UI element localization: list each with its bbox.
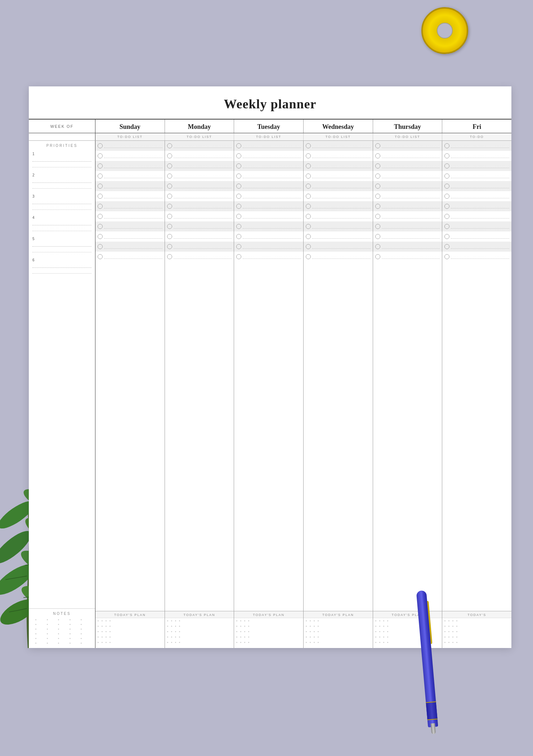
subheader-monday: TO-DO LIST xyxy=(165,133,234,140)
priority-number-4: 4 xyxy=(32,216,91,220)
left-sidebar: PRIORITIES 1 2 3 xyxy=(29,141,95,648)
planner-grid: WEEK OF Sunday Monday Tuesday Wednesday … xyxy=(29,119,511,648)
day-header-sunday: Sunday xyxy=(95,120,165,133)
notes-dot-grid xyxy=(32,618,91,645)
day-column-tuesday: TODAY'S PLAN xyxy=(234,141,304,648)
notes-title: NOTES xyxy=(32,612,91,616)
subheader-thursday: TO-DO LIST xyxy=(373,133,443,140)
subheader-wednesday: TO-DO LIST xyxy=(304,133,373,140)
notes-section: NOTES xyxy=(29,608,95,648)
subheader-friday: TO-DO xyxy=(442,133,511,140)
priority-item-1: 1 xyxy=(32,152,91,167)
days-container: TODAY'S PLAN xyxy=(95,141,511,648)
subheader-row: TO-DO LIST TO-DO LIST TO-DO LIST TO-DO L… xyxy=(29,133,511,141)
priority-item-5: 5 xyxy=(32,237,91,252)
tape-roll-decoration xyxy=(421,7,468,54)
subheader-left xyxy=(29,133,95,140)
subheader-sunday: TO-DO LIST xyxy=(95,133,165,140)
priority-item-2: 2 xyxy=(32,173,91,189)
subheader-tuesday: TO-DO LIST xyxy=(234,133,304,140)
day-header-tuesday: Tuesday xyxy=(234,120,304,133)
day-header-friday: Fri xyxy=(442,120,511,133)
planner-paper: Weekly planner WEEK OF Sunday Monday Tue… xyxy=(29,86,511,648)
day-column-wednesday: TODAY'S PLAN xyxy=(304,141,373,648)
day-header-thursday: Thursday xyxy=(373,120,443,133)
grid-header-row: WEEK OF Sunday Monday Tuesday Wednesday … xyxy=(29,120,511,133)
day-column-thursday: TODAY'S PLAN xyxy=(373,141,443,648)
day-column-monday: TODAY'S PLAN xyxy=(165,141,234,648)
grid-content: PRIORITIES 1 2 3 xyxy=(29,141,511,648)
priority-item-3: 3 xyxy=(32,194,91,210)
priority-number-5: 5 xyxy=(32,237,91,241)
day-header-monday: Monday xyxy=(165,120,234,133)
priorities-section: PRIORITIES 1 2 3 xyxy=(29,141,95,608)
week-of-cell: WEEK OF xyxy=(29,120,95,133)
priority-item-4: 4 xyxy=(32,216,91,231)
priority-number-2: 2 xyxy=(32,173,91,177)
priority-number-1: 1 xyxy=(32,152,91,156)
priority-number-3: 3 xyxy=(32,194,91,198)
planner-title: Weekly planner xyxy=(29,86,511,119)
priority-number-6: 6 xyxy=(32,258,91,262)
priority-item-6: 6 xyxy=(32,258,91,274)
day-column-sunday: TODAY'S PLAN xyxy=(95,141,165,648)
day-column-friday: TODAY'S xyxy=(442,141,511,648)
day-header-wednesday: Wednesday xyxy=(304,120,373,133)
priorities-title: PRIORITIES xyxy=(32,144,91,149)
